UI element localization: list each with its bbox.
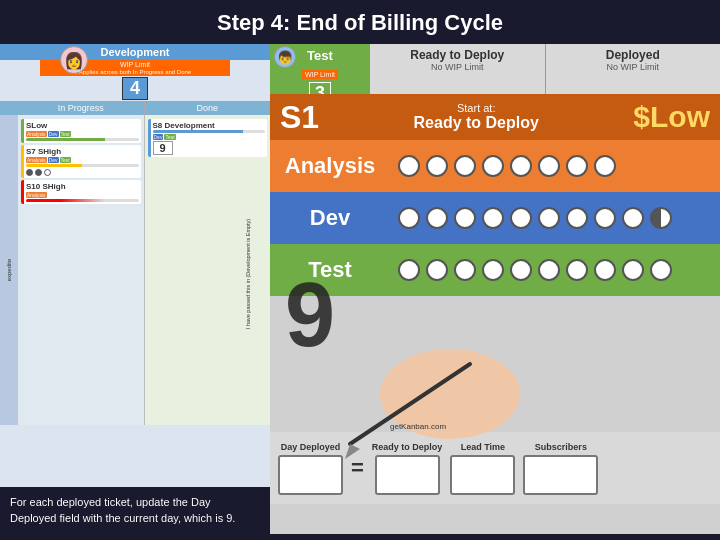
wip-number: 4 <box>122 77 148 100</box>
subscribers-box <box>523 455 598 495</box>
left-panel: Development WIP Limit Applies across bot… <box>0 44 270 534</box>
vert-instruction-text: I have passed this in (Development is Em… <box>240 184 256 364</box>
ready-to-deploy-label: Ready to Deploy <box>374 48 541 62</box>
s1-card: S1 Start at: Ready to Deploy $Low <box>270 94 720 140</box>
kanban-col-headers: In Progress Done <box>0 101 270 115</box>
test-row: Test <box>270 244 720 296</box>
s1-price: $Low <box>633 100 710 134</box>
development-header: Development <box>0 44 270 60</box>
done-header: Done <box>145 101 271 115</box>
dev-label: Dev <box>270 192 390 244</box>
hand-overlay: getKanban.com <box>330 334 530 468</box>
in-progress-header: In Progress <box>18 101 145 115</box>
svg-text:getKanban.com: getKanban.com <box>390 422 446 431</box>
ticket-s7: S7 SHigh Analysis Dev Test <box>21 145 141 178</box>
dev-circles <box>390 199 720 237</box>
subscribers-label: Subscribers <box>535 442 587 452</box>
ticket-s6: SLow Analysis Dev Test <box>21 119 141 143</box>
in-progress-col: SLow Analysis Dev Test S7 SHigh Analysis… <box>18 115 145 425</box>
main-content: Development WIP Limit Applies across bot… <box>0 44 720 534</box>
big-number-overlay: 9 <box>285 264 335 367</box>
svg-marker-2 <box>345 444 360 459</box>
bottom-instruction-bar: For each deployed ticket, update the Day… <box>0 487 270 534</box>
page-title: Step 4: End of Billing Cycle <box>217 10 503 35</box>
avatar: 👩 <box>60 46 88 74</box>
s1-label: S1 <box>280 101 319 133</box>
ticket-s10: S10 SHigh Analysis <box>21 180 141 204</box>
overlay-cards: S1 Start at: Ready to Deploy $Low Analys… <box>270 94 720 296</box>
deployed-no-wip: No WIP Limit <box>550 62 717 72</box>
analysis-label: Analysis <box>270 140 390 192</box>
test-circles <box>390 251 720 289</box>
analysis-circles <box>390 147 720 185</box>
dev-row: Dev <box>270 192 720 244</box>
left-sidebar: expedite <box>0 115 18 425</box>
kanban-body: expedite SLow Analysis Dev Test S7 SHigh <box>0 115 270 425</box>
deployed-label: Deployed <box>550 48 717 62</box>
subscribers-field: Subscribers <box>523 442 598 495</box>
right-panel: Test WIP Limit 👦 3 Ready to Deploy No <box>270 44 720 534</box>
ready-no-wip: No WIP Limit <box>374 62 541 72</box>
title-bar: Step 4: End of Billing Cycle <box>0 0 720 44</box>
analysis-row: Analysis <box>270 140 720 192</box>
ticket-s8: S8 Development Dev Test 9 <box>148 119 268 157</box>
test-avatar: 👦 <box>274 46 296 68</box>
s1-description: Start at: Ready to Deploy <box>414 102 539 132</box>
